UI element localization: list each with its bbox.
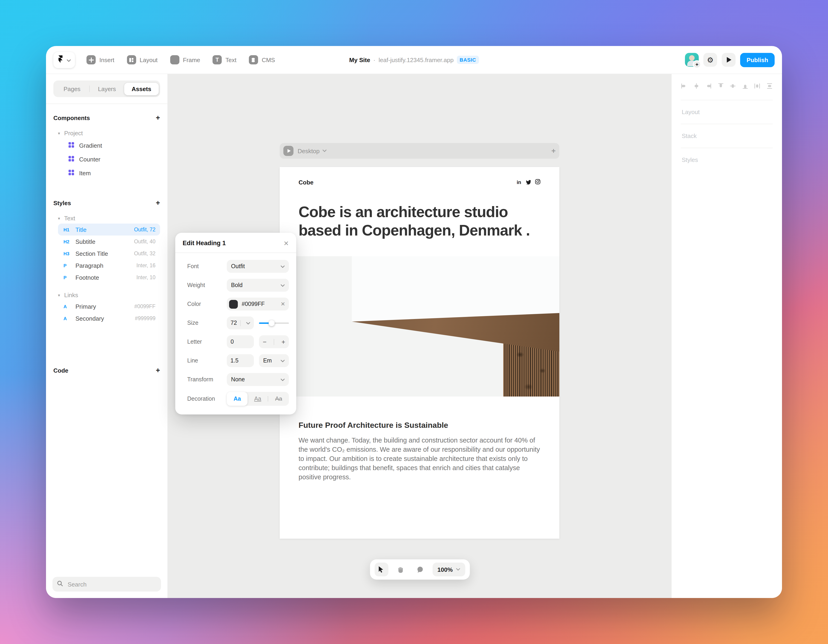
decoration-strikethrough-option[interactable]: Aa [268,392,289,406]
frame-label: Frame [183,56,200,63]
clear-color-icon[interactable]: ✕ [281,301,285,307]
project-group-row[interactable]: ▾ Project [58,130,160,136]
style-row-footnote[interactable]: P Footnote Inter, 10 [58,271,160,284]
invite-plus-badge[interactable]: + [693,60,701,69]
component-icon [68,155,75,163]
text-group-row[interactable]: ▾ Text [58,215,160,222]
transform-select[interactable]: None [227,373,289,386]
align-left-icon[interactable] [681,83,687,91]
components-title: Components [53,114,90,121]
style-name: Section Title [75,250,134,257]
text-menu-item[interactable]: T Text [213,55,237,64]
tab-layers[interactable]: Layers [90,83,124,95]
inspector-section-stack[interactable]: Stack [681,124,773,148]
site-page-frame[interactable]: Cobe in Cobe is an architecture studio b… [280,167,559,539]
weight-label: Weight [183,282,227,288]
site-title-group[interactable]: My Site · leaf-justify.12345.framer.app … [349,56,478,64]
inspector-section-styles[interactable]: Styles [681,148,773,172]
color-swatch[interactable] [229,300,238,309]
letter-input[interactable]: 0 [227,335,254,348]
size-input[interactable]: 72 [227,317,254,329]
links-group-row[interactable]: ▾ Links [58,291,160,299]
cms-menu-item[interactable]: CMS [249,55,275,64]
color-picker[interactable]: #0099FF ✕ [227,298,289,310]
style-name: Secondary [75,315,135,322]
weight-select[interactable]: Bold [227,279,289,291]
site-logo[interactable]: Cobe [298,179,314,186]
style-meta: #999999 [135,316,155,321]
font-row: Font Outfit [183,260,289,273]
component-item-item[interactable]: Item [68,166,160,180]
align-center-horizontal-icon[interactable] [693,83,699,91]
styles-title: Styles [53,199,71,206]
insert-menu-item[interactable]: Insert [86,55,114,64]
weight-row: Weight Bold [183,279,289,291]
align-right-icon[interactable] [705,83,712,91]
add-style-button[interactable]: + [156,199,160,207]
style-row-section-title[interactable]: H3 Section Title Outfit, 32 [58,248,160,259]
linkedin-icon[interactable]: in [517,179,521,185]
distribute-horizontal-icon[interactable] [754,83,761,91]
settings-button[interactable]: ⚙ [703,53,717,67]
decrement-button[interactable]: − [263,338,267,345]
frame-menu-item[interactable]: Frame [170,55,200,64]
components-section-header: Components + [53,114,160,121]
breakpoint-play-button[interactable] [283,146,293,156]
style-row-primary-link[interactable]: A Primary #0099FF [58,300,160,312]
style-row-title[interactable]: H1 Title Outfit, 72 [58,224,160,235]
search-input[interactable] [67,580,157,588]
main-area: Pages Layers Assets Components + ▾ Proje… [46,74,782,598]
tab-pages[interactable]: Pages [55,83,89,95]
line-unit-select[interactable]: Em [259,354,289,367]
line-input[interactable]: 1.5 [227,354,254,367]
align-bottom-icon[interactable] [742,83,748,91]
align-center-vertical-icon[interactable] [730,83,736,91]
component-name: Gradient [79,142,102,149]
align-top-icon[interactable] [717,83,724,91]
component-item-gradient[interactable]: Gradient [68,138,160,152]
site-separator: · [373,56,375,63]
select-tool[interactable] [375,563,388,577]
site-section-title[interactable]: Future Proof Architecture is Sustainable [298,421,541,430]
add-code-button[interactable]: + [156,367,160,374]
twitter-icon[interactable] [525,178,531,186]
style-row-subtitle[interactable]: H2 Subtitle Outfit, 40 [58,235,160,248]
tab-assets[interactable]: Assets [124,83,159,95]
a-badge: A [63,304,75,309]
decoration-underline-option[interactable]: Aa [248,392,268,406]
insert-plus-icon [86,55,96,64]
hero-image[interactable] [280,256,559,396]
font-select[interactable]: Outfit [227,260,289,273]
size-slider[interactable] [259,317,289,329]
breakpoint-selector[interactable]: Desktop [298,147,326,154]
style-row-paragraph[interactable]: P Paragraph Inter, 16 [58,259,160,271]
preview-button[interactable] [722,53,735,67]
site-heading[interactable]: Cobe is an architecture studio based in … [298,203,541,239]
breakpoint-bar[interactable]: Desktop + [280,143,559,159]
site-paragraph[interactable]: We want change. Today, the building and … [298,436,541,482]
search-bar[interactable] [52,577,161,592]
distribute-vertical-icon[interactable] [766,83,773,91]
site-section: Future Proof Architecture is Sustainable… [280,421,559,482]
transform-row: Transform None [183,373,289,386]
inspector-section-layout[interactable]: Layout [681,100,773,124]
close-icon[interactable]: ✕ [284,240,289,246]
add-breakpoint-button[interactable]: + [551,147,556,155]
layout-menu-item[interactable]: Layout [127,55,158,64]
decoration-none-option[interactable]: Aa [227,392,248,406]
style-row-secondary-link[interactable]: A Secondary #999999 [58,312,160,324]
plan-badge[interactable]: BASIC [457,56,478,64]
avatar[interactable]: + [685,53,699,67]
framer-logo-menu[interactable] [53,52,75,68]
increment-button[interactable]: + [282,338,285,345]
comment-tool[interactable] [413,563,427,577]
component-item-counter[interactable]: Counter [68,152,160,166]
hand-tool[interactable] [394,563,408,577]
color-value[interactable]: #0099FF [242,301,265,307]
slider-thumb[interactable] [269,320,275,326]
instagram-icon[interactable] [535,178,541,186]
color-row: Color #0099FF ✕ [183,298,289,310]
publish-button[interactable]: Publish [740,53,775,67]
add-component-button[interactable]: + [156,114,160,121]
zoom-selector[interactable]: 100% [433,563,465,577]
